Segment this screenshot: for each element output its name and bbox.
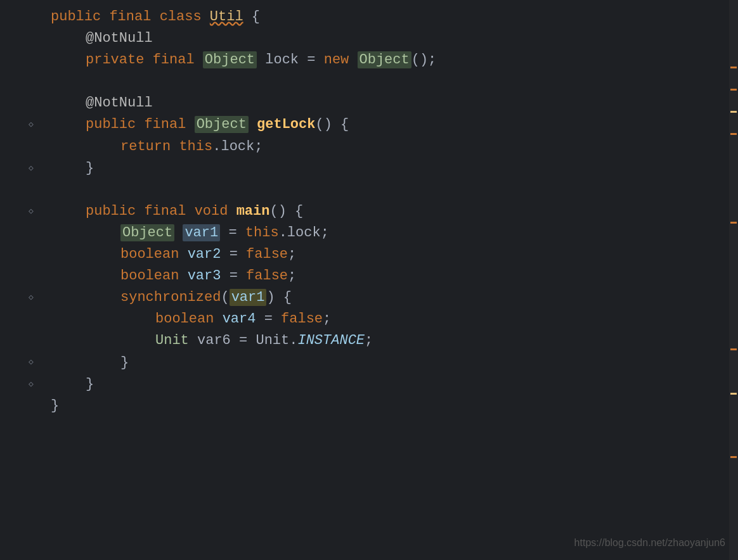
- token: final: [109, 9, 159, 25]
- token: lock =: [257, 52, 324, 68]
- token: ;: [288, 246, 296, 262]
- token: Object: [120, 224, 174, 241]
- code-line: ◇}: [0, 374, 738, 395]
- line-content: return this.lock;: [44, 136, 738, 158]
- token: @NotNull: [86, 30, 153, 46]
- token: {: [243, 9, 260, 25]
- watermark-text: https://blog.csdn.net/zhaoyanjun6: [574, 535, 725, 551]
- line-content: @NotNull: [44, 28, 738, 49]
- line-content: public final class Util {: [44, 6, 738, 28]
- scroll-indicator: [730, 222, 737, 224]
- line-content: @NotNull: [44, 92, 738, 114]
- token: void: [195, 203, 236, 219]
- token: boolean: [120, 246, 188, 262]
- token: (: [221, 290, 229, 305]
- code-line: private final Object lock = new Object()…: [0, 49, 738, 71]
- fold-toggle[interactable]: ◇: [25, 292, 37, 303]
- token: [174, 225, 183, 241]
- token: Object: [358, 51, 411, 68]
- token: false: [246, 246, 288, 262]
- code-line: boolean var3 = false;: [0, 265, 738, 287]
- line-content: boolean var4 = false;: [44, 309, 738, 330]
- token: Unit: [155, 333, 189, 348]
- token: synchronized: [120, 290, 221, 305]
- fold-toggle[interactable]: ◇: [25, 379, 37, 390]
- line-content: [44, 179, 738, 201]
- token: boolean: [155, 311, 223, 327]
- token: var1: [230, 289, 267, 306]
- token: this: [245, 225, 279, 241]
- token: private: [86, 52, 153, 68]
- token: false: [281, 311, 323, 327]
- token: public: [51, 9, 109, 25]
- line-content: }: [44, 158, 738, 179]
- code-line: ◇public final Object getLock() {: [0, 114, 738, 136]
- line-content: boolean var2 = false;: [44, 244, 738, 265]
- token: [249, 117, 257, 132]
- token: () {: [269, 203, 303, 219]
- token: boolean: [120, 268, 188, 284]
- token: }: [120, 355, 129, 371]
- token: final: [144, 117, 194, 132]
- scroll-indicator: [730, 133, 737, 135]
- code-line: ◇}: [0, 352, 738, 374]
- token: var1: [183, 224, 220, 241]
- line-content: public final Object getLock() {: [44, 114, 738, 136]
- token: final: [144, 203, 194, 219]
- token: @NotNull: [86, 95, 153, 111]
- code-line: boolean var2 = false;: [0, 244, 738, 265]
- token: public: [86, 117, 144, 132]
- token: this: [179, 139, 212, 155]
- token: =: [221, 246, 246, 262]
- token: final: [153, 52, 203, 68]
- line-content: Unit var6 = Unit.INSTANCE;: [44, 330, 738, 352]
- line-content: synchronized(var1) {: [44, 287, 738, 309]
- line-content: private final Object lock = new Object()…: [44, 49, 738, 71]
- code-line: ◇synchronized(var1) {: [0, 287, 738, 309]
- token: =: [256, 311, 281, 327]
- code-lines: public final class Util {@NotNullprivate…: [0, 6, 738, 417]
- line-content: [44, 71, 738, 92]
- fold-toggle[interactable]: ◇: [25, 120, 37, 131]
- token: var4: [223, 311, 256, 327]
- scroll-indicator: [730, 67, 737, 68]
- token: ;: [323, 311, 331, 327]
- code-line: @NotNull: [0, 92, 738, 114]
- line-content: }: [44, 374, 738, 395]
- line-gutter: ◇: [13, 357, 44, 369]
- code-line: ◇}: [0, 158, 738, 179]
- token: getLock: [257, 117, 315, 132]
- token: false: [246, 268, 288, 284]
- token: .lock;: [279, 225, 329, 241]
- code-line: return this.lock;: [0, 136, 738, 158]
- line-gutter: ◇: [13, 379, 44, 390]
- code-line: ◇public final void main() {: [0, 201, 738, 222]
- token: () {: [315, 117, 349, 132]
- line-content: }: [44, 352, 738, 374]
- line-gutter: ◇: [13, 292, 44, 303]
- token: Object: [195, 116, 249, 133]
- scrollbar-indicators: [729, 0, 738, 560]
- scroll-indicator: [730, 456, 737, 458]
- token: =: [221, 268, 246, 284]
- token: new: [324, 52, 358, 68]
- token: Object: [203, 51, 257, 68]
- token: }: [86, 160, 94, 176]
- token: Util: [210, 9, 243, 25]
- code-line: @NotNull: [0, 28, 738, 49]
- line-gutter: ◇: [13, 163, 44, 174]
- code-line: Object var1 = this.lock;: [0, 222, 738, 244]
- fold-toggle[interactable]: ◇: [25, 357, 37, 369]
- scroll-indicator: [730, 393, 737, 395]
- line-content: }: [44, 395, 738, 417]
- token: ) {: [266, 290, 292, 305]
- code-line: [0, 179, 738, 201]
- fold-toggle[interactable]: ◇: [25, 206, 37, 217]
- token: var2: [188, 246, 221, 262]
- token: var3: [188, 268, 221, 284]
- fold-toggle[interactable]: ◇: [25, 163, 37, 174]
- code-line: [0, 71, 738, 92]
- token: }: [86, 376, 94, 392]
- code-line: public final class Util {: [0, 6, 738, 28]
- code-line: }: [0, 395, 738, 417]
